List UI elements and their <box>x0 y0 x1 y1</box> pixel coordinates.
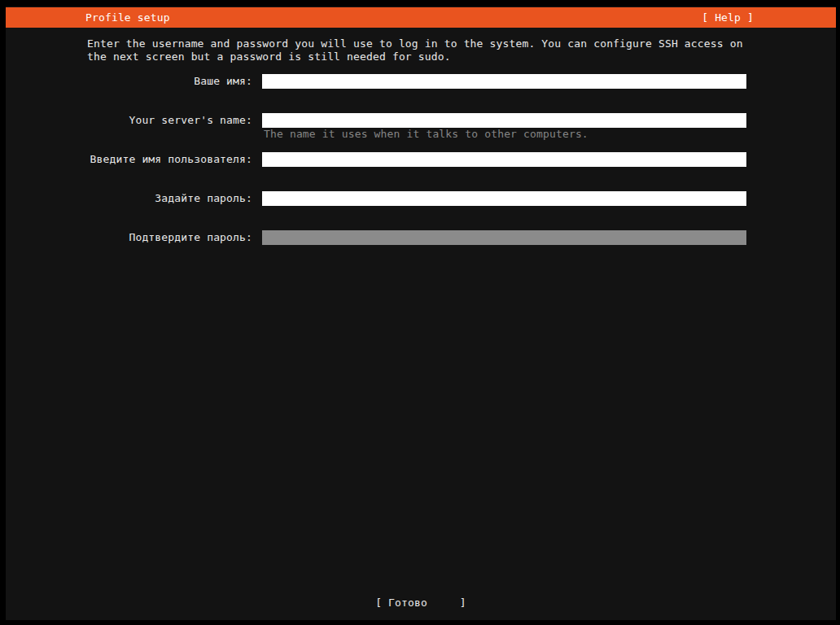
form-row-full-name: Ваше имя: softonit <box>6 74 836 89</box>
help-button[interactable]: [ Help ] <box>702 7 754 28</box>
server-name-label: Your server's name: <box>6 113 252 128</box>
full-name-label: Ваше имя: <box>6 74 252 89</box>
title-bar: Profile setup [ Help ] <box>6 7 836 28</box>
form-row-password: Задайте пароль: ************ <box>6 191 836 206</box>
intro-line-2: the next screen but a password is still … <box>87 50 743 63</box>
full-name-input[interactable]: softonit <box>262 74 746 89</box>
terminal-content: Profile setup [ Help ] Enter the usernam… <box>6 7 836 620</box>
footer: [ Готово ] <box>6 597 836 611</box>
form-row-confirm-password: Подтвердите пароль: *********** <box>6 230 836 245</box>
username-input[interactable]: softonit <box>262 152 746 167</box>
form-row-server-name: Your server's name: ubuntu-srv-2204 <box>6 113 836 128</box>
confirm-password-label: Подтвердите пароль: <box>6 230 252 245</box>
username-label: Введите имя пользователя: <box>6 152 252 167</box>
installer-screen: { "header": { "title": "Profile setup", … <box>0 0 840 625</box>
server-name-input[interactable]: ubuntu-srv-2204 <box>262 113 746 128</box>
page-title: Profile setup <box>85 7 170 28</box>
intro-text: Enter the username and password you will… <box>87 37 743 63</box>
form-row-username: Введите имя пользователя: softonit <box>6 152 836 167</box>
password-input[interactable]: ************ <box>262 191 746 206</box>
server-name-hint: The name it uses when it talks to other … <box>264 128 588 141</box>
password-label: Задайте пароль: <box>6 191 252 206</box>
confirm-password-input[interactable]: *********** <box>262 230 746 245</box>
done-button[interactable]: [ Готово ] <box>375 597 466 609</box>
intro-line-1: Enter the username and password you will… <box>87 37 743 50</box>
